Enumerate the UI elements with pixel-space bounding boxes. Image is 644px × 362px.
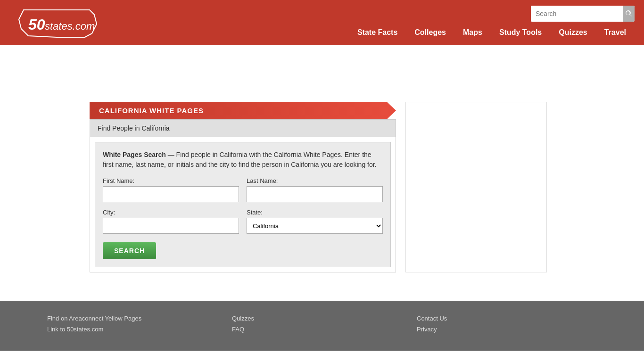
footer-col-1: Find on Areaconnect Yellow Pages Link to… <box>47 315 227 337</box>
svg-text:states.com: states.com <box>45 20 95 32</box>
ad-banner-top <box>90 55 554 102</box>
white-pages-form: White Pages Search — Find people in Cali… <box>95 142 391 267</box>
nav-item-travel[interactable]: Travel <box>596 25 635 40</box>
location-row: City: State: AlabamaAlaskaArizonaArkansa… <box>103 209 383 234</box>
search-bar[interactable] <box>531 6 635 22</box>
last-name-group: Last Name: <box>247 177 383 202</box>
first-name-label: First Name: <box>103 177 239 184</box>
city-label: City: <box>103 209 239 216</box>
search-submit-button[interactable] <box>623 6 635 22</box>
state-group: State: AlabamaAlaskaArizonaArkansasCalif… <box>247 209 383 234</box>
search-icon <box>625 10 633 17</box>
footer-col-2: Quizzes FAQ <box>232 315 412 337</box>
search-people-button[interactable]: SEARCH <box>103 242 156 259</box>
white-pages-main: CALIFORNIA WHITE PAGES Find People in Ca… <box>90 102 396 272</box>
first-name-group: First Name: <box>103 177 239 202</box>
svg-text:50: 50 <box>28 16 45 33</box>
white-pages-description: White Pages Search — Find people in Cali… <box>103 150 383 170</box>
white-pages-section: CALIFORNIA WHITE PAGES Find People in Ca… <box>90 102 554 272</box>
nav-item-colleges[interactable]: Colleges <box>406 25 454 40</box>
last-name-input[interactable] <box>247 186 383 202</box>
header: 50 states.com State Facts Colleges Maps … <box>0 0 644 45</box>
city-input[interactable] <box>103 218 239 234</box>
footer-link-quizzes[interactable]: Quizzes <box>232 315 412 322</box>
white-pages-form-container: Find People in California White Pages Se… <box>90 119 396 272</box>
logo-area: 50 states.com <box>9 5 108 41</box>
footer-link-privacy[interactable]: Privacy <box>417 326 597 333</box>
main-content: CALIFORNIA WHITE PAGES Find People in Ca… <box>0 45 644 282</box>
first-name-input[interactable] <box>103 186 239 202</box>
footer-link-areaconnect[interactable]: Find on Areaconnect Yellow Pages <box>47 315 227 322</box>
form-section-header: Find People in California <box>90 120 396 137</box>
footer: Find on Areaconnect Yellow Pages Link to… <box>0 301 644 351</box>
nav-links: State Facts Colleges Maps Study Tools Qu… <box>349 25 635 40</box>
nav-item-study-tools[interactable]: Study Tools <box>491 25 550 40</box>
footer-link-contact[interactable]: Contact Us <box>417 315 597 322</box>
city-group: City: <box>103 209 239 234</box>
logo-icon: 50 states.com <box>9 5 108 41</box>
state-label: State: <box>247 209 383 216</box>
nav-item-maps[interactable]: Maps <box>454 25 491 40</box>
page-title: CALIFORNIA WHITE PAGES <box>99 107 204 115</box>
state-select[interactable]: AlabamaAlaskaArizonaArkansasCaliforniaCo… <box>247 218 383 234</box>
page-title-bar: CALIFORNIA WHITE PAGES <box>90 102 396 119</box>
sidebar-ad <box>405 102 547 272</box>
nav-item-quizzes[interactable]: Quizzes <box>550 25 595 40</box>
footer-col-3: Contact Us Privacy <box>417 315 597 337</box>
last-name-label: Last Name: <box>247 177 383 184</box>
form-header-text: Find People in California <box>98 124 170 132</box>
footer-link-faq[interactable]: FAQ <box>232 326 412 333</box>
name-row: First Name: Last Name: <box>103 177 383 202</box>
search-input[interactable] <box>531 6 623 22</box>
footer-link-50states[interactable]: Link to 50states.com <box>47 326 227 333</box>
description-bold: White Pages Search <box>103 151 166 158</box>
header-right: State Facts Colleges Maps Study Tools Qu… <box>349 6 635 40</box>
nav-item-state-facts[interactable]: State Facts <box>349 25 406 40</box>
